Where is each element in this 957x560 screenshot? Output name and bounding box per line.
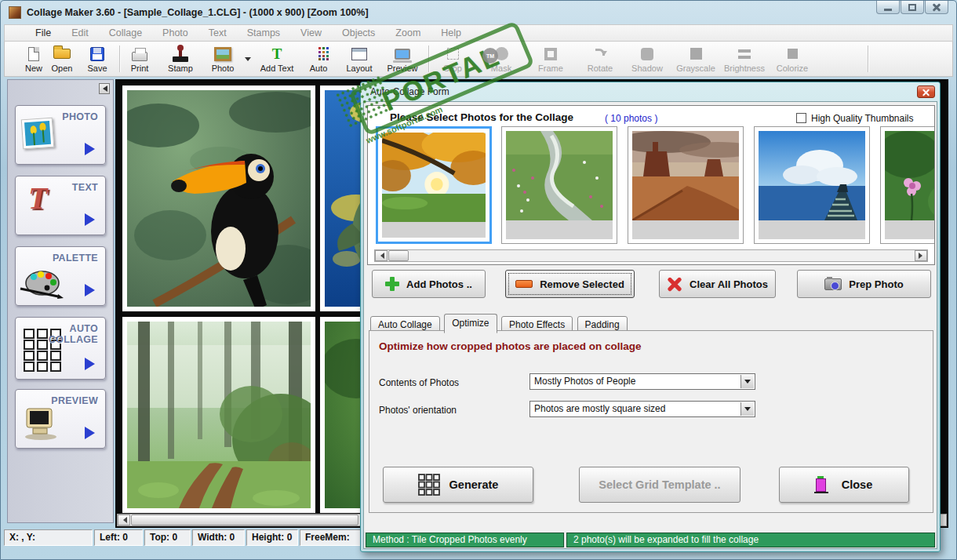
thumbnail-meadow-stream[interactable] (501, 126, 617, 244)
tab-optimize[interactable]: Optimize (444, 314, 497, 333)
dropdown-arrow-icon[interactable] (740, 402, 754, 416)
toolbar-mask: Mask (483, 44, 519, 75)
thumbnail-image (632, 131, 739, 220)
status-width: Width: 0 (192, 529, 245, 546)
close-dialog-button[interactable]: Close (779, 467, 909, 503)
dropdown-arrow-icon[interactable] (740, 375, 754, 388)
menu-zoom[interactable]: Zoom (385, 25, 431, 41)
preview-computer-icon (22, 407, 63, 443)
hq-thumbnails-label: High Quality Thumbnails (811, 113, 914, 124)
auto-collage-dialog: Auto-Collage Form Please Select Photos f… (360, 82, 941, 552)
contents-of-photos-select[interactable]: Mostly Photos of People (529, 373, 755, 390)
generate-grid-icon (418, 474, 440, 496)
new-document-icon (28, 47, 39, 61)
sidebar-item-photo[interactable]: PHOTO (15, 105, 106, 165)
toolbar: New Open Save Print Stamp Photo TAdd Tex… (4, 42, 953, 77)
dialog-close-button[interactable] (917, 85, 935, 98)
save-floppy-icon (90, 47, 104, 61)
select-grid-template-button: Select Grid Template .. (579, 467, 740, 503)
menu-stamps[interactable]: Stamps (237, 25, 290, 41)
palette-arrow-icon (85, 284, 95, 296)
toolbar-crop: Crop (435, 44, 471, 75)
title-bar[interactable]: Collage Maker 3.60 - [Sample_Collage_1.C… (1, 1, 956, 24)
photo-tool-icon (21, 118, 55, 150)
photo-selection-panel: Please Select Photos for the Collage ( 1… (367, 105, 935, 265)
menu-help[interactable]: Help (431, 25, 471, 41)
thumbnail-scrollbar[interactable] (374, 249, 928, 262)
selection-heading: Please Select Photos for the Collage (390, 111, 573, 123)
generate-button[interactable]: Generate (383, 467, 533, 503)
toolbar-add-text[interactable]: TAdd Text (254, 44, 300, 75)
status-xy: X: , Y: (4, 529, 93, 546)
scroll-left-button[interactable] (118, 515, 130, 525)
dialog-close-icon (922, 89, 931, 96)
photos-orientation-select[interactable]: Photos are mostly square sized (529, 401, 755, 417)
optimize-heading: Optimize how cropped photos are placed o… (379, 340, 642, 352)
maximize-button[interactable] (901, 1, 924, 14)
menu-file[interactable]: File (25, 25, 61, 41)
close-button[interactable] (925, 1, 948, 14)
canvas-photo-toucan[interactable] (122, 85, 315, 311)
menu-edit[interactable]: Edit (61, 25, 99, 41)
photo-count: ( 10 photos ) (605, 113, 657, 124)
toolbar-frame: Frame (532, 44, 569, 75)
toolbar-brightness: Brightness (721, 44, 768, 75)
menu-text[interactable]: Text (198, 25, 237, 41)
status-freemem: FreeMem: (300, 529, 366, 546)
hq-thumbnails-checkbox[interactable] (796, 113, 806, 123)
toolbar-photo[interactable]: Photo (204, 44, 242, 75)
contents-of-photos-label: Contents of Photos (379, 377, 459, 388)
canvas-photo-forest-path[interactable] (122, 317, 315, 513)
minimize-icon (884, 9, 892, 11)
canvas-scroll-thumb[interactable] (131, 515, 358, 525)
sidebar-item-palette[interactable]: PALETTE (15, 246, 106, 306)
sidebar-item-auto-collage[interactable]: AUTO COLLAGE (15, 317, 106, 380)
thumbnail-pink-wildflowers[interactable] (880, 126, 935, 244)
status-method: Method : Tile Cropped Photos evenly (366, 533, 564, 547)
thumb-scroll-left-button[interactable] (375, 250, 388, 261)
preview-monitor-icon (395, 49, 410, 60)
plus-icon (385, 277, 399, 291)
prep-photo-button[interactable]: Prep Photo (797, 270, 931, 298)
open-folder-icon (53, 49, 71, 59)
toolbar-save[interactable]: Save (80, 44, 115, 75)
status-left: Left: 0 (94, 529, 143, 546)
thumbnail-image (382, 133, 486, 222)
menu-photo[interactable]: Photo (152, 25, 198, 41)
toolbar-open[interactable]: Open (45, 44, 78, 75)
toolbar-print[interactable]: Print (122, 44, 157, 75)
thumbnail-image (759, 131, 865, 220)
sidebar-collapse-button[interactable] (99, 83, 110, 94)
toolbar-layout[interactable]: Layout (340, 44, 378, 75)
toolbar-auto[interactable]: Auto (303, 44, 334, 75)
sidebar-item-text[interactable]: T TEXT (15, 176, 106, 235)
shadow-icon (641, 48, 653, 60)
photos-orientation-label: Photos' orientation (379, 405, 457, 416)
preview-arrow-icon (85, 427, 95, 439)
add-photos-button[interactable]: Add Photos .. (372, 270, 486, 298)
photo-dropdown-icon[interactable] (245, 57, 251, 64)
printer-icon (132, 52, 147, 61)
window-title: Collage Maker 3.60 - [Sample_Collage_1.C… (27, 7, 369, 18)
menu-collage[interactable]: Collage (99, 25, 152, 41)
toolbar-preview[interactable]: Preview (381, 44, 424, 75)
optimize-tab-panel: Optimize how cropped photos are placed o… (369, 330, 933, 513)
clear-all-photos-button[interactable]: Clear All Photos (659, 270, 776, 298)
menu-objects[interactable]: Objects (332, 25, 385, 41)
toolbar-shadow: Shadow (627, 44, 668, 75)
thumb-scroll-right-button[interactable] (915, 250, 927, 261)
thumbnail-desert-buttes[interactable] (628, 126, 744, 244)
dialog-body: Please Select Photos for the Collage ( 1… (363, 101, 937, 549)
remove-selected-button[interactable]: Remove Selected (505, 270, 635, 298)
minus-icon (515, 280, 533, 288)
menu-view[interactable]: View (290, 25, 332, 41)
thumb-scroll-thumb[interactable] (388, 250, 409, 261)
toolbar-stamp[interactable]: Stamp (162, 44, 199, 75)
thumbnail-ocean-pier-clouds[interactable] (754, 126, 870, 244)
photo-arrow-icon (85, 143, 95, 155)
thumbnail-autumn-tree-sunset[interactable] (376, 126, 492, 244)
menu-bar: File Edit Collage Photo Text Stamps View… (4, 24, 953, 42)
rotate-icon (595, 49, 605, 56)
sidebar-item-preview[interactable]: PREVIEW (15, 389, 106, 449)
minimize-button[interactable] (876, 1, 900, 14)
